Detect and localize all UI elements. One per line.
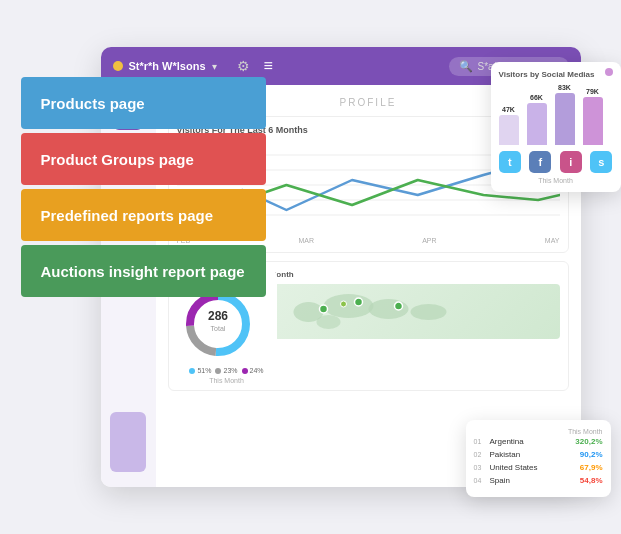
svg-point-14: [340, 301, 346, 307]
nation-num-1: 02: [474, 451, 486, 458]
legend-item-2: 23%: [215, 367, 237, 374]
social-bar-2: 83K: [555, 84, 575, 145]
social-title: Visitors by Social Medias: [499, 70, 613, 79]
menu-item-product-groups-label: Product Groups page: [41, 151, 194, 168]
bar-value-3: 79K: [586, 88, 599, 95]
svg-point-13: [394, 302, 402, 310]
svg-point-7: [323, 294, 373, 318]
nation-name-0: Argentina: [490, 437, 572, 446]
nation-row-2: 03 United States 67,9%: [474, 463, 603, 472]
bar-value-1: 66K: [530, 94, 543, 101]
bar-1: [527, 103, 547, 145]
nation-name-3: Spain: [490, 476, 576, 485]
bar-0: [499, 115, 519, 145]
logo-text: St*r*h W*lsons: [129, 60, 206, 72]
nation-row-3: 04 Spain 54,8%: [474, 476, 603, 485]
bar-value-2: 83K: [558, 84, 571, 91]
sidebar-decoration: [110, 412, 146, 472]
nation-name-1: Pakistan: [490, 450, 576, 459]
svg-point-12: [354, 298, 362, 306]
legend-dot-3: [242, 368, 248, 374]
bar-2: [555, 93, 575, 145]
nation-num-2: 03: [474, 464, 486, 471]
gender-legend: 51% 23% 24%: [183, 367, 271, 374]
nation-num-3: 04: [474, 477, 486, 484]
social-bar-1: 66K: [527, 94, 547, 145]
social-month-label: This Month: [499, 177, 613, 184]
legend-item-1: 51%: [189, 367, 211, 374]
twitter-icon[interactable]: t: [499, 151, 521, 173]
social-bars: 47K 66K 83K 79K: [499, 85, 613, 145]
logo: St*r*h W*lsons ▾: [113, 60, 217, 72]
nation-row-1: 02 Pakistan 90,2%: [474, 450, 603, 459]
menu-item-auctions-insight-label: Auctions insight report page: [41, 263, 245, 280]
social-card: Visitors by Social Medias 47K 66K 83K 79…: [491, 62, 621, 192]
social-icons-row: t f i s: [499, 151, 613, 173]
legend-pct-1: 51%: [197, 367, 211, 374]
menu-item-predefined-reports[interactable]: Predefined reports page: [21, 189, 266, 241]
bar-3: [583, 97, 603, 145]
social-dot: [605, 68, 613, 76]
nations-this-month-label: This Month: [474, 428, 603, 435]
nations-stats-card: This Month 01 Argentina 320,2% 02 Pakist…: [466, 420, 611, 497]
legend-dot-2: [215, 368, 221, 374]
menu-icon[interactable]: ≡: [264, 57, 273, 75]
nation-num-0: 01: [474, 438, 486, 445]
gear-icon[interactable]: ⚙: [237, 58, 250, 74]
facebook-icon[interactable]: f: [529, 151, 551, 173]
social-bar-3: 79K: [583, 88, 603, 145]
nation-row-0: 01 Argentina 320,2%: [474, 437, 603, 446]
menu-item-product-groups[interactable]: Product Groups page: [21, 133, 266, 185]
bar-value-0: 47K: [502, 106, 515, 113]
skype-icon[interactable]: s: [590, 151, 612, 173]
legend-pct-2: 23%: [223, 367, 237, 374]
menu-item-predefined-reports-label: Predefined reports page: [41, 207, 214, 224]
logo-dot: [113, 61, 123, 71]
svg-text:286: 286: [207, 309, 227, 323]
svg-point-10: [316, 315, 340, 329]
x-label-mar: MAR: [298, 237, 314, 244]
nation-name-2: United States: [490, 463, 576, 472]
svg-text:Total: Total: [210, 325, 225, 332]
nation-pct-0: 320,2%: [575, 437, 602, 446]
legend-dot-1: [189, 368, 195, 374]
nation-pct-3: 54,8%: [580, 476, 603, 485]
nation-pct-1: 90,2%: [580, 450, 603, 459]
svg-point-8: [368, 299, 408, 319]
search-icon: 🔍: [459, 60, 473, 73]
x-label-apr: APR: [422, 237, 436, 244]
scene: St*r*h W*lsons ▾ ⚙ ≡ 🔍 S*a*c* f*r key...…: [21, 17, 601, 517]
x-label-may: MAY: [545, 237, 560, 244]
menu-item-products[interactable]: Products page: [21, 77, 266, 129]
social-bar-0: 47K: [499, 106, 519, 145]
legend-pct-3: 24%: [250, 367, 264, 374]
menu-overlay: Products page Product Groups page Predef…: [21, 77, 266, 297]
svg-point-9: [410, 304, 446, 320]
donut-chart: 286 Total: [183, 289, 253, 363]
genders-this-month: This Month: [183, 377, 271, 384]
nation-pct-2: 67,9%: [580, 463, 603, 472]
instagram-icon[interactable]: i: [560, 151, 582, 173]
legend-item-3: 24%: [242, 367, 264, 374]
chevron-down-icon[interactable]: ▾: [212, 61, 217, 72]
svg-point-11: [319, 305, 327, 313]
menu-item-products-label: Products page: [41, 95, 145, 112]
menu-item-auctions-insight[interactable]: Auctions insight report page: [21, 245, 266, 297]
